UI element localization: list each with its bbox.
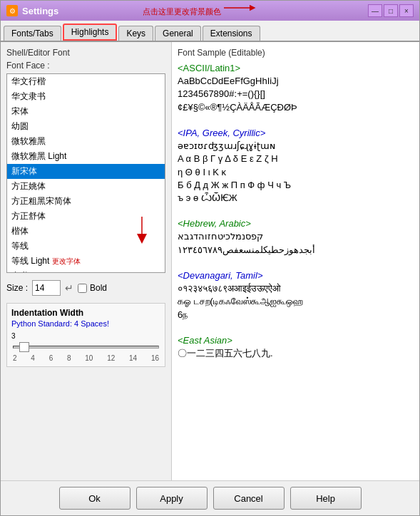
font-item-12[interactable]: 等线 Light 更改字体 <box>7 254 165 269</box>
cancel-button[interactable]: Cancel <box>213 487 285 510</box>
window-title: Settings <box>22 6 58 16</box>
sample-hebrew-1: קפסנמלכיטחזוהדגבא <box>178 231 263 242</box>
sample-arabic-1: أبجدهوزحطيكلمنسعفص١٢٣٤٥٦٧٨٩ <box>178 244 315 255</box>
sample-cyrillic-1: Б б Д д Ж ж П п Ф ф Ч ч Ъ <box>178 180 291 190</box>
slider-label-12: 12 <box>107 354 115 362</box>
font-item-10[interactable]: 楷体 <box>7 224 165 239</box>
sample-cyrillic-2: ъ э ѳ ѼѾѤЖ <box>178 192 237 203</box>
help-button[interactable]: Help <box>290 487 362 510</box>
font-item-7[interactable]: 方正姚体 <box>7 179 165 194</box>
annot-font-size: 调整字体大小 <box>31 272 74 274</box>
sample-greek-1: Α α Β β Γ γ Δ δ Ε ε Ζ ζ Η <box>178 153 278 164</box>
sample-eastasian-header: <East Asian> <box>178 335 232 346</box>
font-item-13[interactable]: 隶书 调整字体大小 <box>7 269 165 273</box>
sample-tamil-2: 6ந <box>178 309 188 320</box>
font-sample-title: Font Sample (Editable) <box>178 48 414 58</box>
slider-container: 2 4 6 8 10 12 14 16 <box>11 346 160 362</box>
slider-value: 3 <box>11 332 160 340</box>
size-row: Size : ↵ Bold <box>6 280 165 296</box>
indent-title: Indentation Width <box>11 308 160 318</box>
top-annotation: 点击这里更改背景颜色 <box>143 6 221 17</box>
ok-button[interactable]: Ok <box>59 487 130 510</box>
bold-checkbox[interactable] <box>78 284 87 293</box>
content-area: Shell/Editor Font Font Face : 华文行楷 华文隶书 … <box>1 42 419 480</box>
slider-label-14: 14 <box>129 354 137 362</box>
sample-devanagari-1: ०१२३४५६७८९अआइईउऊएऐओ <box>178 283 281 294</box>
left-panel: Shell/Editor Font Font Face : 华文行楷 华文隶书 … <box>1 42 172 480</box>
maximize-button[interactable]: □ <box>384 4 398 17</box>
font-sample-content[interactable]: <ASCII/Latin1> AaBbCcDdEeFfGgHhIiJj 1234… <box>178 62 414 360</box>
sample-ipa-header: <IPA, Greek, Cyrillic> <box>178 128 265 138</box>
bold-checkbox-row: Bold <box>78 283 107 293</box>
font-item-2[interactable]: 宋体 <box>7 104 165 119</box>
tab-keys[interactable]: Keys <box>118 26 153 41</box>
font-item-11[interactable]: 等线 <box>7 239 165 254</box>
indentation-section: Indentation Width Python Standard: 4 Spa… <box>6 303 165 367</box>
sample-ipa-1: əɐɔɪʊɾʤʒɯɹʃɕɻɣɨʈɯɴ <box>178 140 275 151</box>
tab-fonts[interactable]: Fonts/Tabs <box>4 26 61 41</box>
slider-track[interactable] <box>13 346 159 349</box>
slider-label-6: 6 <box>49 354 53 362</box>
size-label: Size : <box>6 283 28 293</box>
tab-general[interactable]: General <box>155 26 201 41</box>
font-item-5[interactable]: 微软雅黑 Light <box>7 149 165 164</box>
apply-button[interactable]: Apply <box>136 487 208 510</box>
settings-window: ⚙ Settings 点击这里更改背景颜色 — □ × Fonts/Tabs H… <box>0 0 420 516</box>
font-item-9[interactable]: 方正舒体 <box>7 209 165 224</box>
size-input[interactable] <box>32 280 61 296</box>
tab-highlights[interactable]: Highlights <box>63 24 118 41</box>
font-item-0[interactable]: 华文行楷 <box>7 74 165 89</box>
font-item-3[interactable]: 幼圆 <box>7 119 165 134</box>
tab-extensions[interactable]: Extensions <box>203 26 260 41</box>
tab-bar: Fonts/Tabs Highlights Keys General Exten… <box>1 21 419 42</box>
bottom-bar: Ok Apply Cancel Help <box>1 480 419 515</box>
sample-eastasian-1: 〇一二三四五六七八九. <box>178 348 273 358</box>
sample-tamil-1: கஓ டசற(டிகஃவேஸ்கூஆஐகூஒஹ <box>178 296 303 306</box>
slider-label-8: 8 <box>67 354 71 362</box>
shell-editor-font-label: Shell/Editor Font <box>6 48 165 58</box>
bold-label: Bold <box>90 283 107 293</box>
slider-label-2: 2 <box>13 354 17 362</box>
annot-change-font: 更改字体 <box>52 257 81 267</box>
sample-latin-1: AaBbCcDdEeFfGgHhIiJj <box>178 76 279 86</box>
font-item-4[interactable]: 微软雅黑 <box>7 134 165 149</box>
sample-devanagari-header: <Devanagari, Tamil> <box>178 270 262 281</box>
slider-labels: 2 4 6 8 10 12 14 16 <box>13 354 159 362</box>
close-button[interactable]: × <box>399 4 414 17</box>
font-item-8[interactable]: 方正粗黑宋简体 <box>7 194 165 209</box>
slider-thumb[interactable] <box>19 342 29 352</box>
title-bar: ⚙ Settings 点击这里更改背景颜色 — □ × <box>1 1 419 21</box>
font-list[interactable]: 华文行楷 华文隶书 宋体 幼圆 微软雅黑 微软雅黑 Light 新宋体 方正姚体… <box>6 73 165 273</box>
font-item-6[interactable]: 新宋体 <box>7 164 165 179</box>
size-arrow-icon: ↵ <box>65 282 73 294</box>
slider-label-4: 4 <box>31 354 35 362</box>
indent-subtitle: Python Standard: 4 Spaces! <box>11 319 160 328</box>
title-bar-left: ⚙ Settings <box>6 5 58 16</box>
slider-label-16: 16 <box>151 354 159 362</box>
title-controls: — □ × <box>368 4 414 17</box>
sample-latin-3: ¢£¥§©«®¶½ÇÀÄÅÃÆÇÐØÞ <box>178 102 297 113</box>
sample-ascii-header: <ASCII/Latin1> <box>178 63 240 73</box>
slider-label-10: 10 <box>85 354 93 362</box>
sample-greek-2: η Θ θ Ι ι Κ κ <box>178 167 226 177</box>
sample-hebrew-header: <Hebrew, Arabic> <box>178 218 251 229</box>
right-panel: Font Sample (Editable) <ASCII/Latin1> Aa… <box>172 42 419 480</box>
app-icon: ⚙ <box>6 5 18 16</box>
font-item-1[interactable]: 华文隶书 <box>7 89 165 104</box>
font-face-label: Font Face : <box>6 61 165 71</box>
minimize-button[interactable]: — <box>368 4 382 17</box>
sample-latin-2: 1234567890#:+=(){}[] <box>178 88 265 99</box>
